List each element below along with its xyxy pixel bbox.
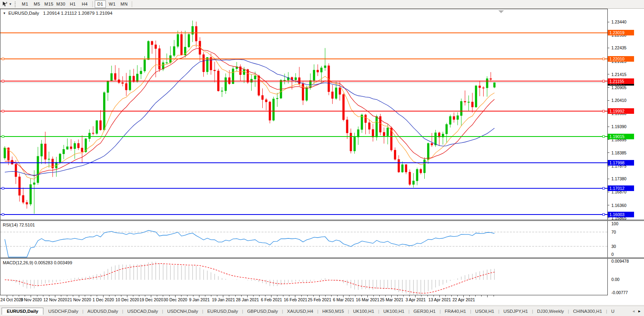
chart-tool-button[interactable]: ▼: [1, 1, 13, 8]
macd-histogram: [5, 262, 494, 295]
date-tick-label: 25 Feb 2021: [307, 297, 332, 302]
candle-body: [48, 159, 50, 160]
candle-body: [155, 45, 157, 49]
chart-tab-1[interactable]: USDCHF,Daily: [44, 308, 82, 314]
date-tick: [445, 295, 446, 296]
candle-body: [471, 102, 473, 107]
date-tick: [433, 295, 434, 296]
date-tick: [97, 295, 97, 296]
date-tick: [331, 295, 332, 296]
chart-tab-0[interactable]: EURUSD,Daily: [2, 308, 43, 315]
price-tick-label: 1.23440: [611, 20, 626, 24]
line-handle[interactable]: [2, 58, 4, 60]
chart-tab-12[interactable]: FRA40,H1: [441, 308, 470, 314]
chart-tab-14[interactable]: USDJPY,H1: [500, 308, 532, 314]
candle-body: [37, 156, 39, 183]
line-handle[interactable]: [2, 213, 4, 215]
rsi-pane[interactable]: [0, 220, 608, 258]
chart-shift-marker-icon[interactable]: [498, 10, 504, 13]
chart-tab-3[interactable]: USDCAD,Daily: [123, 308, 162, 314]
rsi-pane-border: [0, 221, 608, 258]
chart-tab-5[interactable]: EURUSD,Daily: [203, 308, 242, 314]
candle-body: [206, 57, 208, 72]
line-handle[interactable]: [603, 110, 605, 112]
line-handle[interactable]: [603, 80, 605, 82]
candle-body: [122, 82, 124, 84]
candle-body: [33, 183, 35, 185]
date-tick: [43, 295, 43, 296]
line-handle[interactable]: [603, 135, 605, 137]
tabs-scroll-left-icon[interactable]: ◄: [630, 308, 636, 314]
chart-tab-8[interactable]: HK50,M15: [318, 308, 348, 314]
price-tick: [608, 22, 609, 22]
timeframe-button-H4[interactable]: H4: [79, 0, 90, 8]
line-handle[interactable]: [603, 187, 605, 189]
candle-body: [449, 117, 451, 125]
price-axis[interactable]: 1.234401.229301.224351.219251.214151.209…: [608, 9, 644, 305]
timeframe-button-M15[interactable]: M15: [43, 0, 55, 8]
chart-tab-10[interactable]: UK100,H1: [379, 308, 408, 314]
candle-body: [343, 94, 345, 120]
line-handle[interactable]: [2, 110, 4, 112]
date-tick: [379, 295, 380, 296]
timeframe-button-MN[interactable]: MN: [119, 0, 130, 8]
line-handle[interactable]: [603, 58, 605, 60]
chart-tab-4[interactable]: USDCNH,Daily: [163, 308, 202, 314]
macd-tick-label: -0.00777: [611, 290, 628, 295]
chart-tab-15[interactable]: DJ30,Weekly: [533, 308, 568, 314]
price-pane[interactable]: [0, 9, 608, 220]
candle-body: [41, 144, 43, 156]
date-tick-label: 1 Dec 2020: [90, 297, 116, 302]
macd-tick-label: 0.00: [611, 277, 619, 282]
tab-scroll-arrows: ◄ ►: [630, 308, 642, 314]
date-tick-label: 12 Nov 2020: [43, 297, 68, 302]
price-level-label: 1.22010: [608, 56, 634, 62]
timeframe-button-M30[interactable]: M30: [55, 0, 66, 8]
macd-tick-label: 0.009478: [611, 259, 629, 263]
line-handle[interactable]: [2, 187, 4, 189]
candle-body: [368, 123, 370, 129]
date-tick: [145, 295, 145, 296]
date-tick: [451, 295, 452, 296]
candle-body: [383, 132, 385, 136]
timeframe-button-M5[interactable]: M5: [31, 0, 43, 8]
timeframe-button-W1[interactable]: W1: [107, 0, 118, 8]
candle-body: [59, 154, 61, 162]
date-tick-label: 6 Mar 2021: [331, 297, 356, 302]
candle-body: [320, 68, 322, 72]
candle-body: [66, 147, 68, 150]
date-tick: [193, 295, 193, 296]
chart-tab-2[interactable]: AUDUSD,Daily: [84, 308, 122, 314]
date-tick: [265, 295, 265, 296]
chart-tab-16[interactable]: CHINA300,H1: [569, 308, 606, 314]
date-axis[interactable]: 24 Oct 20203 Nov 202012 Nov 202021 Nov 2…: [0, 295, 644, 305]
timeframe-button-D1[interactable]: D1: [95, 0, 106, 8]
tabs-scroll-right-icon[interactable]: ►: [636, 308, 642, 314]
date-tick: [235, 295, 236, 296]
date-tick-label: 19 Dec 2020: [139, 297, 164, 302]
chart-tab-17[interactable]: U: [607, 308, 618, 314]
candle-body: [254, 76, 256, 79]
timeframe-button-M1[interactable]: M1: [20, 0, 31, 8]
line-handle[interactable]: [2, 135, 4, 137]
macd-pane[interactable]: [0, 258, 608, 295]
candle-body: [361, 115, 363, 130]
candle-body: [225, 78, 227, 91]
timeframe-button-H1[interactable]: H1: [67, 0, 78, 8]
chart-tab-11[interactable]: GER30,H1: [410, 308, 440, 314]
chart-tab-6[interactable]: GBPUSD,Daily: [243, 308, 282, 314]
chart-tab-13[interactable]: USOil,H1: [471, 308, 498, 314]
line-handle[interactable]: [2, 80, 4, 82]
chart-tab-9[interactable]: UK100,H1: [349, 308, 378, 314]
price-level-label: 1.17012: [608, 185, 634, 191]
candle-body: [475, 86, 477, 107]
date-tick-label: 6 Feb 2021: [259, 297, 284, 302]
candle-body: [306, 88, 308, 100]
candle-body: [453, 117, 455, 120]
line-handle[interactable]: [603, 213, 605, 215]
symbol-dropdown-icon[interactable]: ▼: [3, 12, 6, 15]
candle-body: [295, 78, 297, 80]
date-tick: [259, 295, 260, 296]
chart-tab-7[interactable]: XAUUSD,H4: [283, 308, 317, 314]
candle-body: [4, 148, 6, 158]
